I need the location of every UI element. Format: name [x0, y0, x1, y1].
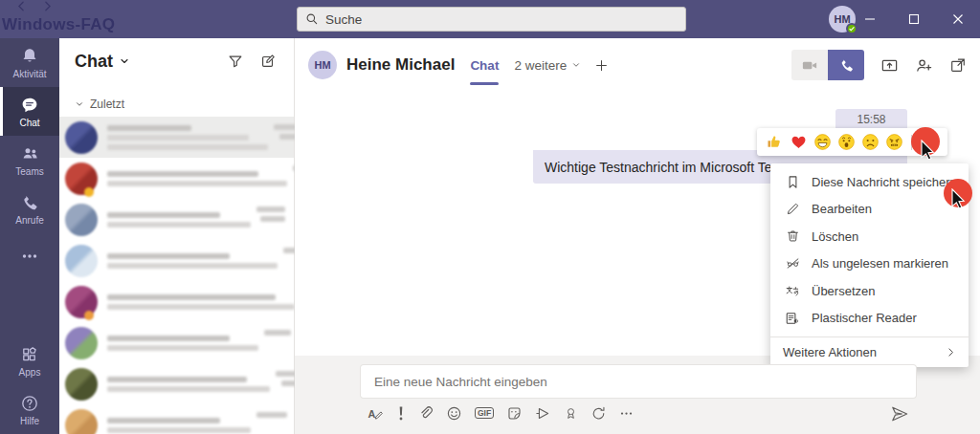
help-icon — [20, 394, 39, 413]
chat-panel-header: Chat — [59, 38, 294, 84]
mouse-cursor — [951, 188, 969, 208]
watermark: Windows-FAQ — [2, 0, 145, 38]
back-icon — [15, 0, 28, 12]
menu-item-reader[interactable]: Plastischer Reader — [770, 305, 969, 333]
sticker-icon[interactable] — [506, 405, 523, 422]
emoji-icon[interactable] — [446, 405, 462, 422]
sidebar-item-more[interactable] — [0, 233, 59, 279]
menu-item-bookmark[interactable]: Diese Nachricht speichern — [770, 168, 969, 196]
section-collapse-icon — [75, 99, 84, 109]
sidebar-item-help[interactable]: Hilfe — [0, 385, 59, 434]
sidebar-item-label: Chat — [19, 118, 39, 128]
praise-icon[interactable] — [564, 405, 578, 422]
video-call-button[interactable] — [791, 50, 828, 80]
sidebar-item-teams[interactable]: Teams — [0, 136, 59, 184]
stream-icon[interactable] — [535, 405, 551, 422]
new-chat-icon[interactable] — [259, 53, 277, 70]
reaction-surprised-button[interactable] — [837, 133, 856, 151]
reaction-angry-button[interactable] — [885, 133, 903, 151]
filter-icon[interactable] — [227, 53, 244, 70]
peer-avatar[interactable]: HM — [308, 51, 337, 79]
recent-section-header[interactable]: Zuletzt — [59, 84, 294, 117]
compose-toolbar: AGIF — [367, 402, 634, 423]
tab-chat[interactable]: Chat — [470, 58, 499, 73]
tab-more-tabs[interactable]: 2 weitere — [514, 58, 581, 73]
menu-item-translate[interactable]: Übersetzen — [770, 277, 969, 305]
sidebar-item-label: Teams — [15, 166, 43, 177]
sidebar-item-calls[interactable]: Anrufe — [0, 184, 59, 233]
chevron-right-icon — [945, 346, 957, 358]
translate-icon — [783, 284, 802, 298]
chevron-down-icon — [571, 60, 581, 70]
peer-name: Heine Michael — [346, 55, 455, 75]
reaction-sad-button[interactable] — [861, 133, 880, 151]
chat-list-panel: Chat Zuletzt — [59, 38, 295, 434]
redacted-timestamp — [256, 404, 287, 418]
search-icon — [305, 12, 319, 26]
chat-list-item[interactable] — [59, 281, 294, 322]
svg-text:A: A — [368, 408, 375, 420]
phone-icon — [20, 193, 39, 212]
menu-item-trash[interactable]: Löschen — [770, 223, 969, 250]
sidebar-item-apps[interactable]: Apps — [0, 336, 59, 385]
chat-list-item[interactable] — [59, 158, 294, 199]
close-button[interactable] — [936, 0, 980, 38]
window-controls — [848, 0, 980, 38]
redacted-text — [107, 377, 270, 392]
menu-item-pencil[interactable]: Bearbeiten — [770, 196, 969, 224]
add-people-icon[interactable] — [915, 56, 933, 75]
reaction-heart-button[interactable] — [790, 133, 808, 151]
message-input[interactable] — [361, 375, 916, 389]
menu-item-weitere-aktionen[interactable]: Weitere Aktionen — [770, 336, 969, 367]
redacted-text — [107, 212, 251, 228]
format-icon[interactable]: A — [367, 404, 385, 422]
titlebar: Windows-FAQ HM — [0, 0, 980, 38]
message-context-menu: Diese Nachricht speichernBearbeitenLösch… — [770, 163, 969, 367]
forward-icon — [41, 0, 54, 12]
mouse-cursor — [921, 140, 939, 160]
chat-list-item[interactable] — [59, 240, 294, 281]
menu-item-glasses-off[interactable]: Als ungelesen markieren — [770, 250, 969, 278]
chat-list-item[interactable] — [59, 322, 294, 363]
chat-avatar — [65, 245, 98, 277]
pencil-icon — [783, 202, 802, 216]
chat-list-item[interactable] — [59, 117, 294, 158]
message-compose-box[interactable] — [361, 365, 916, 398]
search-box[interactable] — [297, 7, 686, 32]
send-message-button[interactable] — [890, 404, 909, 423]
chat-list-item[interactable] — [59, 199, 294, 240]
chat-avatar — [65, 204, 98, 236]
pop-out-icon[interactable] — [949, 56, 967, 74]
attach-icon[interactable] — [417, 405, 434, 422]
priority-icon[interactable] — [397, 405, 405, 422]
more-icon[interactable] — [619, 406, 634, 421]
sidebar-item-label: Apps — [19, 367, 41, 378]
gif-icon[interactable]: GIF — [475, 407, 494, 420]
maximize-button[interactable] — [892, 0, 936, 38]
chat-list-item[interactable] — [59, 404, 294, 434]
bell-icon — [20, 47, 39, 66]
chat-icon — [20, 96, 39, 115]
message-text: Wichtige Testnachricht im Microsoft Team… — [545, 160, 797, 175]
sidebar-item-label: Anrufe — [15, 215, 43, 226]
chevron-down-icon[interactable] — [119, 55, 130, 67]
glasses-off-icon — [783, 256, 802, 271]
app-rail: AktivitätChatTeamsAnrufeAppsHilfe — [0, 38, 59, 434]
minimize-button[interactable] — [848, 0, 892, 38]
chat-list — [59, 117, 294, 434]
reaction-thumbs-up-button[interactable] — [766, 133, 784, 151]
share-screen-icon[interactable] — [880, 56, 899, 75]
chat-avatar — [65, 327, 98, 359]
add-tab-button[interactable] — [594, 58, 609, 73]
search-input[interactable] — [325, 12, 678, 27]
sidebar-item-activity[interactable]: Aktivität — [0, 38, 59, 87]
chat-list-item[interactable] — [59, 363, 294, 404]
recent-section-label: Zuletzt — [90, 98, 124, 111]
peer-avatar-initials: HM — [314, 59, 330, 71]
redacted-text — [107, 418, 251, 433]
sidebar-item-label: Hilfe — [20, 416, 39, 426]
audio-call-button[interactable] — [828, 50, 864, 80]
refresh-icon[interactable] — [590, 405, 607, 422]
reaction-laugh-button[interactable] — [813, 133, 832, 151]
sidebar-item-chat[interactable]: Chat — [0, 87, 59, 136]
